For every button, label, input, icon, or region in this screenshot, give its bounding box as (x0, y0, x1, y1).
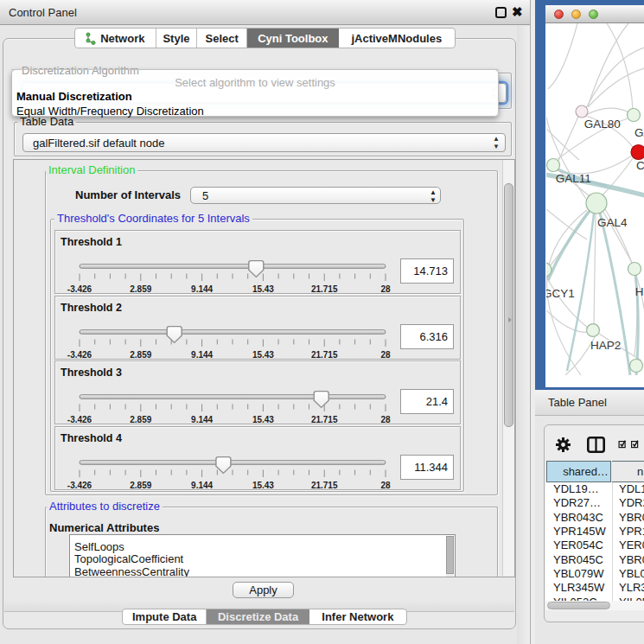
svg-text:28: 28 (380, 284, 391, 294)
svg-text:HAP2: HAP2 (590, 339, 621, 352)
svg-text:9.144: 9.144 (191, 349, 213, 359)
svg-text:21.715: 21.715 (311, 480, 338, 489)
svg-text:GAL4: GAL4 (597, 216, 628, 229)
svg-text:2.859: 2.859 (130, 349, 151, 359)
svg-text:15.43: 15.43 (252, 284, 274, 294)
svg-text:21.715: 21.715 (311, 349, 338, 359)
svg-text:15.43: 15.43 (252, 349, 274, 359)
svg-text:28: 28 (380, 415, 391, 424)
svg-text:9.144: 9.144 (191, 480, 213, 489)
svg-text:21.715: 21.715 (311, 284, 338, 294)
svg-text:28: 28 (380, 349, 391, 359)
svg-text:GAL11: GAL11 (556, 172, 591, 185)
svg-text:9.144: 9.144 (191, 415, 213, 424)
svg-text:GA: GA (634, 126, 644, 139)
svg-text:21.715: 21.715 (311, 415, 338, 424)
svg-text:GAL80: GAL80 (584, 118, 621, 131)
svg-text:9.144: 9.144 (191, 284, 213, 294)
svg-text:H: H (635, 285, 644, 298)
svg-text:GCY1: GCY1 (546, 287, 575, 300)
svg-text:2.859: 2.859 (130, 284, 151, 294)
svg-text:15.43: 15.43 (252, 480, 274, 489)
svg-text:2.859: 2.859 (130, 480, 151, 489)
svg-text:-3.426: -3.426 (67, 415, 92, 424)
svg-text:-3.426: -3.426 (67, 349, 92, 359)
svg-text:28: 28 (380, 480, 391, 489)
svg-text:C: C (636, 159, 644, 172)
svg-text:-3.426: -3.426 (67, 284, 92, 294)
svg-text:15.43: 15.43 (252, 415, 274, 424)
svg-text:-3.426: -3.426 (67, 480, 92, 489)
svg-text:2.859: 2.859 (130, 415, 151, 424)
